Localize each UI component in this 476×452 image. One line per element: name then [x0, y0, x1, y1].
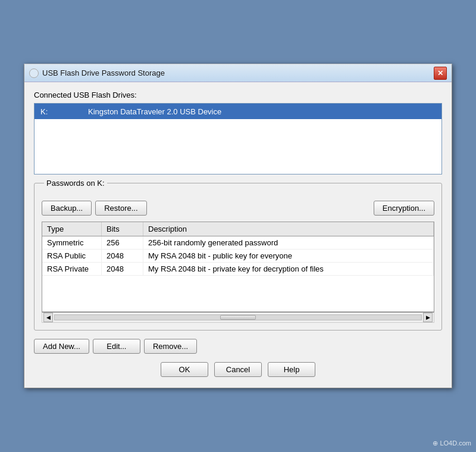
cancel-button[interactable]: Cancel: [214, 362, 262, 377]
row2-type: RSA Public: [42, 250, 102, 262]
drive-row[interactable]: K: Kingston DataTraveler 2.0 USB Device: [35, 104, 441, 119]
title-bar-left: USB Flash Drive Password Storage: [29, 68, 165, 78]
col-header-description: Description: [143, 222, 434, 236]
help-button[interactable]: Help: [268, 362, 315, 377]
connected-drives-label: Connected USB Flash Drives:: [34, 91, 442, 99]
footer-button-row: OK Cancel Help: [34, 362, 442, 379]
restore-button[interactable]: Restore...: [95, 201, 146, 216]
row1-bits: 256: [102, 236, 143, 249]
row3-bits: 2048: [102, 263, 143, 275]
table-row[interactable]: RSA Public 2048 My RSA 2048 bit - public…: [42, 250, 434, 263]
row1-description: 256-bit randomly generated password: [143, 236, 434, 249]
main-window: USB Flash Drive Password Storage ✕ Conne…: [24, 64, 452, 388]
row2-bits: 2048: [102, 250, 143, 262]
table-row[interactable]: Symmetric 256 256-bit randomly generated…: [42, 236, 434, 250]
col-header-type: Type: [42, 222, 102, 236]
watermark: ⊕ LO4D.com: [433, 439, 471, 447]
backup-button[interactable]: Backup...: [42, 201, 92, 216]
scroll-track[interactable]: [54, 314, 422, 320]
top-button-row: Backup... Restore... Encryption...: [42, 201, 434, 216]
scroll-right-button[interactable]: ▶: [423, 313, 433, 322]
col-header-bits: Bits: [102, 222, 143, 236]
drive-letter: K:: [35, 107, 82, 116]
action-button-row: Add New... Edit... Remove...: [34, 339, 442, 354]
table-header: Type Bits Description: [42, 222, 434, 236]
row3-description: My RSA 2048 bit - private key for decryp…: [143, 263, 434, 275]
table-empty-space: [42, 276, 434, 311]
ok-button[interactable]: OK: [161, 362, 208, 377]
title-bar: USB Flash Drive Password Storage ✕: [24, 64, 452, 82]
encryption-button[interactable]: Encryption...: [374, 201, 434, 216]
passwords-group: Passwords on K: Backup... Restore... Enc…: [34, 183, 442, 331]
drive-list[interactable]: K: Kingston DataTraveler 2.0 USB Device: [34, 103, 442, 174]
scroll-thumb[interactable]: [220, 315, 256, 320]
scroll-left-button[interactable]: ◀: [43, 313, 53, 322]
window-title: USB Flash Drive Password Storage: [42, 68, 165, 77]
group-title: Passwords on K:: [44, 179, 107, 188]
close-button[interactable]: ✕: [434, 67, 447, 80]
group-inner: Backup... Restore... Encryption... Type …: [42, 201, 434, 323]
horizontal-scrollbar[interactable]: ◀ ▶: [42, 312, 434, 323]
row1-type: Symmetric: [42, 236, 102, 249]
passwords-table: Type Bits Description Symmetric 256 256-…: [42, 222, 434, 312]
drive-name: Kingston DataTraveler 2.0 USB Device: [82, 107, 441, 116]
row3-type: RSA Private: [42, 263, 102, 275]
window-icon: [29, 68, 39, 78]
table-row[interactable]: RSA Private 2048 My RSA 2048 bit - priva…: [42, 263, 434, 276]
edit-button[interactable]: Edit...: [93, 339, 140, 354]
remove-button[interactable]: Remove...: [144, 339, 197, 354]
content-area: Connected USB Flash Drives: K: Kingston …: [24, 82, 452, 388]
row2-description: My RSA 2048 bit - public key for everyon…: [143, 250, 434, 262]
add-new-button[interactable]: Add New...: [34, 339, 89, 354]
encryption-container: Encryption...: [374, 201, 434, 216]
